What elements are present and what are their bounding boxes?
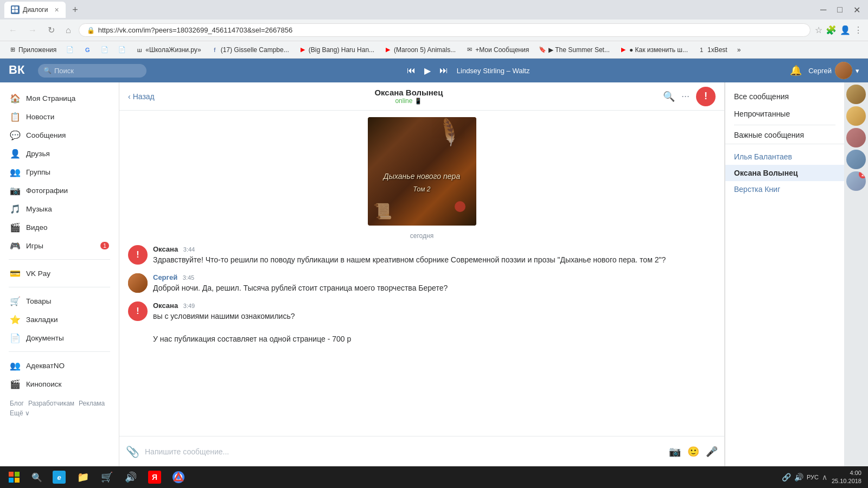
- taskbar-sound[interactable]: 🔊: [119, 467, 142, 487]
- taskbar-volume-icon[interactable]: 🔊: [794, 473, 803, 481]
- player-prev-button[interactable]: ⏮: [407, 66, 416, 75]
- attach-icon[interactable]: 📎: [126, 445, 139, 458]
- sidebar-item-mypage[interactable]: 🏠 Моя Страница: [0, 89, 119, 107]
- bookmark-more[interactable]: »: [734, 45, 744, 55]
- address-bar: ← → ↻ ⌂ 🔒 https://vk.com/im?peers=180326…: [0, 20, 868, 41]
- emoji-icon[interactable]: 🙂: [687, 446, 699, 458]
- right-avatar-4[interactable]: [846, 150, 866, 169]
- player-next-button[interactable]: ⏭: [439, 66, 448, 75]
- url-bar[interactable]: 🔒 https://vk.com/im?peers=18032699_45611…: [79, 23, 810, 37]
- bookmark-fb[interactable]: f (17) Gisselle Campbe...: [208, 45, 292, 55]
- user-menu[interactable]: Сергей ▾: [808, 62, 859, 79]
- player-play-button[interactable]: ▶: [424, 66, 431, 76]
- search-input[interactable]: [38, 64, 146, 78]
- voice-icon[interactable]: 🎤: [706, 446, 718, 458]
- message-content: Оксана 3:44 Здравствуйте! Что-то решили …: [153, 245, 716, 266]
- taskbar-yandex[interactable]: Я: [143, 467, 166, 487]
- sidebar-item-photos[interactable]: 📷 Фотографии: [0, 181, 119, 200]
- minimize-button[interactable]: ─: [817, 5, 829, 15]
- google-icon: G: [84, 46, 91, 54]
- bookmark-doc3[interactable]: 📄: [115, 45, 129, 55]
- bookmark-kak[interactable]: ▶ ● Как изменить ш...: [616, 45, 691, 55]
- star-icon[interactable]: ☆: [815, 25, 822, 35]
- sidebar-item-adekvatno[interactable]: 👥 АдекватNO: [0, 356, 119, 375]
- bookmark-doc2[interactable]: 📄: [98, 45, 112, 55]
- chat-search-icon[interactable]: 🔍: [663, 91, 675, 102]
- vk-dialogs-panel: Все сообщения Непрочитанные Важные сообщ…: [725, 82, 844, 466]
- svg-rect-7: [9, 478, 14, 483]
- camera-icon[interactable]: 📷: [669, 446, 681, 458]
- message-time: 3:44: [183, 246, 195, 253]
- bookmark-1xbest[interactable]: 1 1xBest: [694, 45, 731, 55]
- sidebar-item-friends[interactable]: 👤 Друзья: [0, 144, 119, 163]
- dialog-cat-important[interactable]: Важные сообщения: [734, 125, 835, 144]
- reload-button[interactable]: ↻: [44, 24, 58, 36]
- back-button[interactable]: ←: [5, 24, 21, 36]
- menu-icon[interactable]: ⋮: [854, 25, 863, 35]
- close-button[interactable]: ✕: [850, 5, 864, 15]
- message-input[interactable]: [145, 447, 663, 456]
- yt2-icon: ▶: [384, 46, 392, 54]
- sidebar-item-goods[interactable]: 🛒 Товары: [0, 292, 119, 310]
- notifications-icon[interactable]: 🔔: [790, 65, 802, 76]
- footer-ads-link[interactable]: Реклама: [79, 400, 105, 407]
- bookmark-yt2[interactable]: ▶ (Maroon 5) Animals...: [381, 45, 459, 55]
- taskbar-explorer[interactable]: 📁: [72, 467, 94, 487]
- sidebar-item-news[interactable]: 📋 Новости: [0, 107, 119, 126]
- sidebar-item-vkpay[interactable]: 💳 VK Pay: [0, 264, 119, 282]
- sidebar-item-messages[interactable]: 💬 Сообщения: [0, 126, 119, 144]
- bookmark-shkolajizni[interactable]: ш «ШколаЖизни.ру»: [132, 45, 204, 55]
- groups-icon: 👥: [10, 166, 21, 177]
- home-button[interactable]: ⌂: [62, 24, 74, 36]
- bookmark-yt2-label: (Maroon 5) Animals...: [394, 46, 456, 54]
- bookmark-google[interactable]: G: [80, 45, 94, 55]
- dialog-contact-verstka[interactable]: Верстка Книг: [725, 181, 844, 197]
- dialog-contact-ilya[interactable]: Илья Балантаев: [725, 149, 844, 165]
- dialog-cat-unread[interactable]: Непрочитанные: [734, 105, 835, 123]
- taskbar-store[interactable]: 🛒: [95, 467, 118, 487]
- footer-dev-link[interactable]: Разработчикам: [28, 400, 74, 407]
- vk-logo[interactable]: ВК: [9, 63, 26, 78]
- bookmark-yt1-label: (Big Bang) Haru Han...: [309, 46, 374, 54]
- sidebar-item-bookmarks[interactable]: ⭐ Закладки: [0, 310, 119, 329]
- taskbar-arrow-up[interactable]: ∧: [822, 473, 827, 481]
- taskbar-search-button[interactable]: 🔍: [27, 467, 47, 487]
- bookmark-apps[interactable]: ⊞ Приложения: [5, 45, 60, 55]
- bookmark-summerset[interactable]: 🔖 ▶ The Summer Set...: [535, 45, 613, 55]
- bookmark-yt1[interactable]: ▶ (Big Bang) Haru Han...: [296, 45, 378, 55]
- sidebar-item-docs[interactable]: 📄 Документы: [0, 329, 119, 347]
- player-controls: ⏮ ▶ ⏭ Lindsey Stirling – Waltz: [153, 66, 783, 76]
- forward-button[interactable]: →: [25, 24, 40, 36]
- dropdown-icon: ▾: [856, 67, 859, 75]
- right-avatar-2[interactable]: [846, 106, 866, 126]
- maximize-button[interactable]: □: [834, 5, 846, 15]
- right-avatar-5[interactable]: 2: [846, 171, 866, 191]
- right-avatar-3[interactable]: [846, 128, 866, 147]
- tab-close-button[interactable]: ×: [54, 5, 59, 14]
- dialog-contact-oksana[interactable]: Оксана Волынец: [725, 165, 844, 181]
- active-tab[interactable]: Диалоги ×: [4, 2, 66, 18]
- footer-blog-link[interactable]: Блог: [10, 400, 24, 407]
- taskbar-chrome[interactable]: [167, 467, 190, 487]
- bookmark-msg[interactable]: ✉ +Мои Сообщения: [462, 45, 532, 55]
- dialog-cat-all[interactable]: Все сообщения: [734, 88, 835, 105]
- sidebar-item-groups[interactable]: 👥 Группы: [0, 163, 119, 181]
- taskbar-lang[interactable]: РУС: [807, 474, 819, 480]
- taskbar-ie[interactable]: e: [48, 467, 71, 487]
- sidebar-item-kinopoisk[interactable]: 🎬 Кинопоиск: [0, 375, 119, 393]
- message-time: 3:49: [183, 303, 195, 309]
- sidebar-item-games[interactable]: 🎮 Игры 1: [0, 236, 119, 255]
- footer-more-link[interactable]: Ещё ∨: [10, 409, 30, 417]
- bookmark-doc1[interactable]: 📄: [63, 45, 77, 55]
- sidebar-item-music[interactable]: 🎵 Музыка: [0, 200, 119, 218]
- chat-contact-info: Оксана Волынец online 📱: [161, 88, 656, 105]
- account-icon[interactable]: 👤: [840, 25, 851, 35]
- right-avatar-1[interactable]: [846, 85, 866, 104]
- chat-back-button[interactable]: ‹ Назад: [128, 92, 155, 101]
- sidebar-item-video[interactable]: 🎬 Видео: [0, 218, 119, 236]
- chat-more-icon[interactable]: ···: [681, 91, 690, 102]
- start-button[interactable]: [2, 467, 26, 487]
- taskbar-network-icon[interactable]: 🔗: [782, 473, 791, 481]
- new-tab-button[interactable]: +: [68, 2, 83, 17]
- extension-icon[interactable]: 🧩: [826, 25, 837, 35]
